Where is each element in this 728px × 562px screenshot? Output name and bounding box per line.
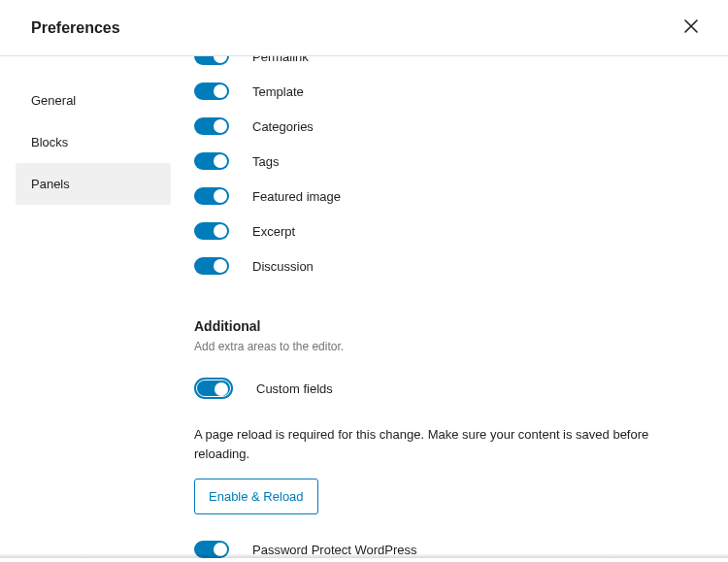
toggle-row-custom-fields: Custom fields xyxy=(194,371,701,406)
close-icon xyxy=(684,17,698,38)
toggle-knob xyxy=(214,154,227,168)
toggle-knob xyxy=(214,84,227,98)
enable-reload-button[interactable]: Enable & Reload xyxy=(194,479,318,514)
toggle-permalink[interactable] xyxy=(194,56,229,65)
sidebar-item-label: Blocks xyxy=(31,135,68,149)
toggle-tags[interactable] xyxy=(194,152,229,170)
sidebar-item-panels[interactable]: Panels xyxy=(16,163,171,205)
toggle-custom-fields[interactable] xyxy=(194,378,233,399)
toggle-row-permalink: Permalink xyxy=(194,56,701,74)
toggle-knob xyxy=(214,56,227,63)
modal-header: Preferences xyxy=(0,0,728,56)
toggle-row-tags: Tags xyxy=(194,144,701,179)
toggle-knob xyxy=(215,382,228,396)
toggle-label: Password Protect WordPress xyxy=(252,543,417,557)
close-button[interactable] xyxy=(674,11,709,46)
toggle-knob xyxy=(214,224,227,238)
toggle-knob xyxy=(214,543,227,556)
toggle-row-template: Template xyxy=(194,74,701,109)
toggle-label: Featured image xyxy=(252,189,341,204)
toggle-label: Categories xyxy=(252,119,314,134)
toggle-row-ppwp: Password Protect WordPress xyxy=(194,532,701,558)
preferences-modal: Preferences General Blocks Panels Permal… xyxy=(0,0,728,558)
sidebar-item-blocks[interactable]: Blocks xyxy=(16,121,171,163)
toggle-password-protect-wordpress[interactable] xyxy=(194,541,229,558)
sidebar-item-general[interactable]: General xyxy=(16,80,171,121)
toggle-row-featured-image: Featured image xyxy=(194,179,701,214)
reload-note: A page reload is required for this chang… xyxy=(194,425,701,463)
toggle-categories[interactable] xyxy=(194,117,229,135)
sidebar: General Blocks Panels xyxy=(0,56,171,558)
toggle-label: Template xyxy=(252,84,304,99)
toggle-row-categories: Categories xyxy=(194,109,701,144)
toggle-row-discussion: Discussion xyxy=(194,248,701,283)
toggle-excerpt[interactable] xyxy=(194,222,229,240)
toggle-label: Tags xyxy=(252,154,279,169)
toggle-label: Discussion xyxy=(252,259,314,274)
section-description: Add extra areas to the editor. xyxy=(194,340,701,353)
toggle-knob xyxy=(214,259,227,273)
toggle-discussion[interactable] xyxy=(194,257,229,275)
modal-body: General Blocks Panels Permalink Template… xyxy=(0,56,728,558)
toggle-label: Permalink xyxy=(252,56,309,64)
toggle-template[interactable] xyxy=(194,83,229,100)
toggle-knob xyxy=(214,189,227,203)
modal-title: Preferences xyxy=(31,19,120,37)
sidebar-item-label: Panels xyxy=(31,177,70,191)
section-additional: Additional Add extra areas to the editor… xyxy=(194,318,701,558)
toggle-row-excerpt: Excerpt xyxy=(194,214,701,248)
toggle-label: Excerpt xyxy=(252,224,295,239)
section-title: Additional xyxy=(194,318,701,334)
sidebar-item-label: General xyxy=(31,93,76,108)
toggle-knob xyxy=(214,119,227,133)
content-panels: Permalink Template Categories Tags Featu… xyxy=(171,56,728,558)
toggle-label: Custom fields xyxy=(256,381,333,396)
toggle-featured-image[interactable] xyxy=(194,187,229,205)
